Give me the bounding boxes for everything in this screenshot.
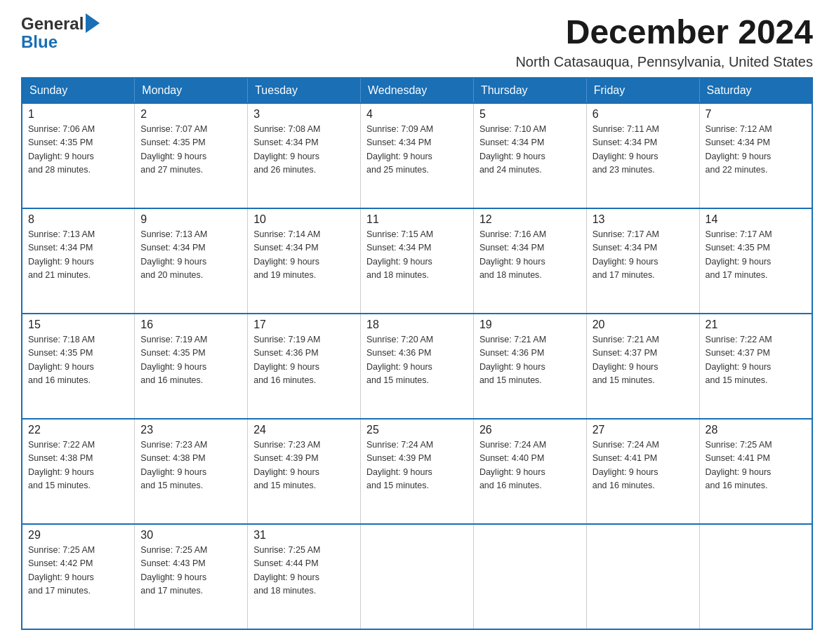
- day-info: Sunrise: 7:20 AM Sunset: 4:36 PM Dayligh…: [366, 333, 468, 388]
- table-row: [361, 524, 474, 629]
- day-number: 2: [140, 108, 241, 121]
- day-number: 6: [593, 108, 694, 121]
- table-row: 23 Sunrise: 7:23 AM Sunset: 4:38 PM Dayl…: [135, 419, 248, 524]
- day-number: 4: [366, 108, 468, 121]
- table-row: 17 Sunrise: 7:19 AM Sunset: 4:36 PM Dayl…: [248, 314, 361, 419]
- table-row: 14 Sunrise: 7:17 AM Sunset: 4:35 PM Dayl…: [699, 208, 812, 314]
- table-row: 15 Sunrise: 7:18 AM Sunset: 4:35 PM Dayl…: [22, 314, 135, 419]
- day-number: 16: [140, 318, 241, 331]
- day-info: Sunrise: 7:24 AM Sunset: 4:41 PM Dayligh…: [593, 438, 694, 493]
- day-number: 29: [28, 529, 128, 542]
- table-row: 5 Sunrise: 7:10 AM Sunset: 4:34 PM Dayli…: [473, 103, 586, 208]
- day-number: 27: [593, 424, 694, 436]
- month-title: December 2024: [515, 14, 813, 51]
- table-row: 16 Sunrise: 7:19 AM Sunset: 4:35 PM Dayl…: [135, 314, 248, 419]
- day-info: Sunrise: 7:16 AM Sunset: 4:34 PM Dayligh…: [479, 228, 581, 283]
- day-info: Sunrise: 7:07 AM Sunset: 4:35 PM Dayligh…: [140, 123, 241, 177]
- table-row: 21 Sunrise: 7:22 AM Sunset: 4:37 PM Dayl…: [699, 314, 812, 419]
- table-row: [586, 524, 699, 629]
- col-tuesday: Tuesday: [248, 78, 361, 103]
- table-row: [699, 524, 812, 629]
- location-text: North Catasauqua, Pennsylvania, United S…: [515, 54, 813, 70]
- calendar-week-row: 15 Sunrise: 7:18 AM Sunset: 4:35 PM Dayl…: [22, 314, 812, 419]
- logo: General Blue: [21, 14, 100, 52]
- logo-general-text: General: [21, 14, 84, 34]
- table-row: 26 Sunrise: 7:24 AM Sunset: 4:40 PM Dayl…: [473, 419, 586, 524]
- table-row: 7 Sunrise: 7:12 AM Sunset: 4:34 PM Dayli…: [699, 103, 812, 208]
- day-info: Sunrise: 7:17 AM Sunset: 4:35 PM Dayligh…: [706, 228, 806, 283]
- day-info: Sunrise: 7:22 AM Sunset: 4:37 PM Dayligh…: [706, 333, 806, 388]
- day-number: 13: [593, 213, 694, 226]
- day-header-row: Sunday Monday Tuesday Wednesday Thursday…: [22, 78, 812, 103]
- table-row: 6 Sunrise: 7:11 AM Sunset: 4:34 PM Dayli…: [586, 103, 699, 208]
- table-row: 20 Sunrise: 7:21 AM Sunset: 4:37 PM Dayl…: [586, 314, 699, 419]
- table-row: 10 Sunrise: 7:14 AM Sunset: 4:34 PM Dayl…: [248, 208, 361, 314]
- day-number: 17: [253, 318, 355, 331]
- day-number: 21: [706, 318, 806, 331]
- day-number: 24: [253, 424, 355, 436]
- table-row: 2 Sunrise: 7:07 AM Sunset: 4:35 PM Dayli…: [135, 103, 248, 208]
- day-number: 14: [706, 213, 806, 226]
- logo-arrow-icon: [86, 13, 100, 33]
- table-row: 4 Sunrise: 7:09 AM Sunset: 4:34 PM Dayli…: [361, 103, 474, 208]
- calendar-header: Sunday Monday Tuesday Wednesday Thursday…: [22, 78, 812, 103]
- day-info: Sunrise: 7:12 AM Sunset: 4:34 PM Dayligh…: [706, 123, 806, 177]
- day-info: Sunrise: 7:13 AM Sunset: 4:34 PM Dayligh…: [140, 228, 241, 283]
- day-info: Sunrise: 7:19 AM Sunset: 4:35 PM Dayligh…: [140, 333, 241, 388]
- day-number: 15: [28, 318, 128, 331]
- day-info: Sunrise: 7:23 AM Sunset: 4:38 PM Dayligh…: [140, 438, 241, 493]
- day-info: Sunrise: 7:09 AM Sunset: 4:34 PM Dayligh…: [366, 123, 468, 177]
- table-row: 25 Sunrise: 7:24 AM Sunset: 4:39 PM Dayl…: [361, 419, 474, 524]
- table-row: [473, 524, 586, 629]
- title-block: December 2024 North Catasauqua, Pennsylv…: [515, 14, 813, 70]
- table-row: 3 Sunrise: 7:08 AM Sunset: 4:34 PM Dayli…: [248, 103, 361, 208]
- day-number: 19: [479, 318, 581, 331]
- table-row: 11 Sunrise: 7:15 AM Sunset: 4:34 PM Dayl…: [361, 208, 474, 314]
- day-info: Sunrise: 7:15 AM Sunset: 4:34 PM Dayligh…: [366, 228, 468, 283]
- col-saturday: Saturday: [699, 78, 812, 103]
- day-number: 10: [253, 213, 355, 226]
- day-info: Sunrise: 7:19 AM Sunset: 4:36 PM Dayligh…: [253, 333, 355, 388]
- table-row: 19 Sunrise: 7:21 AM Sunset: 4:36 PM Dayl…: [473, 314, 586, 419]
- day-info: Sunrise: 7:06 AM Sunset: 4:35 PM Dayligh…: [28, 123, 128, 177]
- table-row: 18 Sunrise: 7:20 AM Sunset: 4:36 PM Dayl…: [361, 314, 474, 419]
- day-info: Sunrise: 7:21 AM Sunset: 4:36 PM Dayligh…: [479, 333, 581, 388]
- table-row: 28 Sunrise: 7:25 AM Sunset: 4:41 PM Dayl…: [699, 419, 812, 524]
- day-info: Sunrise: 7:23 AM Sunset: 4:39 PM Dayligh…: [253, 438, 355, 493]
- day-info: Sunrise: 7:24 AM Sunset: 4:39 PM Dayligh…: [366, 438, 468, 493]
- table-row: 31 Sunrise: 7:25 AM Sunset: 4:44 PM Dayl…: [248, 524, 361, 629]
- table-row: 1 Sunrise: 7:06 AM Sunset: 4:35 PM Dayli…: [22, 103, 135, 208]
- day-number: 31: [253, 529, 355, 542]
- day-number: 12: [479, 213, 581, 226]
- day-info: Sunrise: 7:13 AM Sunset: 4:34 PM Dayligh…: [28, 228, 128, 283]
- table-row: 12 Sunrise: 7:16 AM Sunset: 4:34 PM Dayl…: [473, 208, 586, 314]
- day-info: Sunrise: 7:14 AM Sunset: 4:34 PM Dayligh…: [253, 228, 355, 283]
- day-number: 22: [28, 424, 128, 436]
- day-info: Sunrise: 7:17 AM Sunset: 4:34 PM Dayligh…: [593, 228, 694, 283]
- day-info: Sunrise: 7:08 AM Sunset: 4:34 PM Dayligh…: [253, 123, 355, 177]
- col-friday: Friday: [586, 78, 699, 103]
- day-number: 30: [140, 529, 241, 542]
- page: General Blue December 2024 North Catasau…: [0, 0, 834, 644]
- calendar-week-row: 22 Sunrise: 7:22 AM Sunset: 4:38 PM Dayl…: [22, 419, 812, 524]
- day-number: 23: [140, 424, 241, 436]
- day-number: 5: [479, 108, 581, 121]
- day-info: Sunrise: 7:18 AM Sunset: 4:35 PM Dayligh…: [28, 333, 128, 388]
- day-info: Sunrise: 7:24 AM Sunset: 4:40 PM Dayligh…: [479, 438, 581, 493]
- day-number: 8: [28, 213, 128, 226]
- calendar-week-row: 1 Sunrise: 7:06 AM Sunset: 4:35 PM Dayli…: [22, 103, 812, 208]
- table-row: 8 Sunrise: 7:13 AM Sunset: 4:34 PM Dayli…: [22, 208, 135, 314]
- logo-blue-text: Blue: [21, 32, 58, 52]
- col-sunday: Sunday: [22, 78, 135, 103]
- calendar-body: 1 Sunrise: 7:06 AM Sunset: 4:35 PM Dayli…: [22, 103, 812, 629]
- table-row: 30 Sunrise: 7:25 AM Sunset: 4:43 PM Dayl…: [135, 524, 248, 629]
- day-info: Sunrise: 7:22 AM Sunset: 4:38 PM Dayligh…: [28, 438, 128, 493]
- col-thursday: Thursday: [473, 78, 586, 103]
- table-row: 29 Sunrise: 7:25 AM Sunset: 4:42 PM Dayl…: [22, 524, 135, 629]
- table-row: 9 Sunrise: 7:13 AM Sunset: 4:34 PM Dayli…: [135, 208, 248, 314]
- day-info: Sunrise: 7:21 AM Sunset: 4:37 PM Dayligh…: [593, 333, 694, 388]
- col-monday: Monday: [135, 78, 248, 103]
- day-info: Sunrise: 7:25 AM Sunset: 4:43 PM Dayligh…: [140, 544, 241, 598]
- day-number: 7: [706, 108, 806, 121]
- logo-line1: General: [21, 14, 100, 34]
